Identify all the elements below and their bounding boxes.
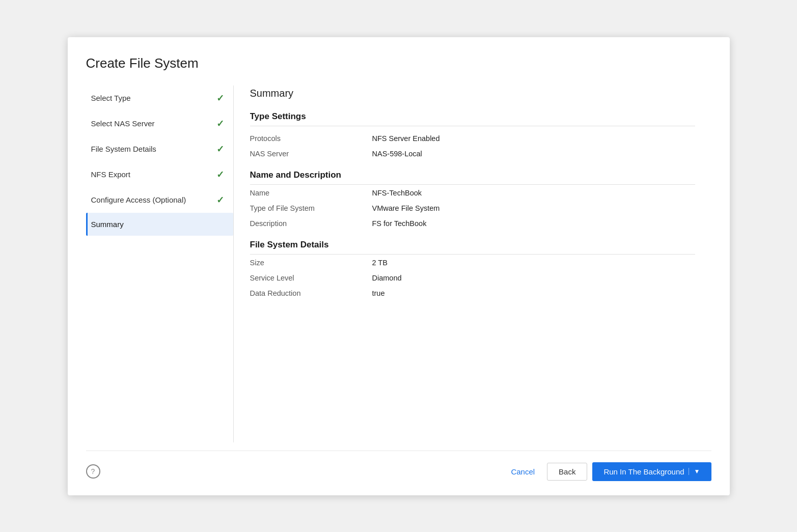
field-label: NAS Server xyxy=(250,150,372,158)
back-button[interactable]: Back xyxy=(547,463,587,481)
section-heading-0: Type Settings xyxy=(250,111,695,126)
footer-buttons: Cancel Back Run In The Background ▼ xyxy=(504,462,711,481)
sidebar-item-select-type[interactable]: Select Type✓ xyxy=(86,86,233,111)
sidebar-item-summary[interactable]: Summary xyxy=(86,213,233,236)
checkmark-icon: ✓ xyxy=(216,169,224,180)
field-row: Service LevelDiamond xyxy=(250,274,695,282)
help-icon[interactable]: ? xyxy=(86,464,100,479)
create-file-system-dialog: Create File System Select Type✓Select NA… xyxy=(68,37,730,495)
sidebar-item-label: Select Type xyxy=(91,94,131,102)
section-heading-1: Name and Description xyxy=(250,170,695,185)
sidebar-item-label: Configure Access (Optional) xyxy=(91,195,186,204)
field-row: NameNFS-TechBook xyxy=(250,189,695,197)
field-value: NFS-TechBook xyxy=(372,189,422,197)
cancel-button[interactable]: Cancel xyxy=(504,463,542,480)
field-value: 2 TB xyxy=(372,259,388,267)
field-row: NAS ServerNAS-598-Local xyxy=(250,150,695,158)
field-label: Size xyxy=(250,259,372,267)
main-content: Summary Type SettingsProtocolsNFS Server… xyxy=(234,86,711,442)
field-label: Name xyxy=(250,189,372,197)
checkmark-icon: ✓ xyxy=(216,118,224,129)
checkmark-icon: ✓ xyxy=(216,194,224,206)
field-row: Data Reductiontrue xyxy=(250,289,695,297)
summary-title: Summary xyxy=(250,86,695,99)
field-label: Description xyxy=(250,219,372,228)
sidebar-item-label: NFS Export xyxy=(91,170,131,179)
run-label: Run In The Background xyxy=(603,467,684,476)
sidebar: Select Type✓Select NAS Server✓File Syste… xyxy=(86,86,234,442)
sidebar-item-label: Select NAS Server xyxy=(91,119,155,128)
field-label: Data Reduction xyxy=(250,289,372,297)
field-value: VMware File System xyxy=(372,204,440,212)
sections-container: Type SettingsProtocolsNFS Server Enabled… xyxy=(250,111,695,297)
field-value: true xyxy=(372,289,385,297)
field-value: Diamond xyxy=(372,274,402,282)
sidebar-item-label: Summary xyxy=(91,220,124,229)
field-label: Service Level xyxy=(250,274,372,282)
sidebar-item-label: File System Details xyxy=(91,145,156,153)
field-value: NFS Server Enabled xyxy=(372,134,440,143)
run-in-background-button[interactable]: Run In The Background ▼ xyxy=(592,462,711,481)
field-row: DescriptionFS for TechBook xyxy=(250,219,695,228)
dialog-body: Select Type✓Select NAS Server✓File Syste… xyxy=(86,86,711,442)
sidebar-item-file-system-details[interactable]: File System Details✓ xyxy=(86,136,233,162)
sidebar-item-configure-access-optional[interactable]: Configure Access (Optional)✓ xyxy=(86,187,233,213)
checkmark-icon: ✓ xyxy=(216,144,224,155)
field-value: NAS-598-Local xyxy=(372,150,422,158)
field-label: Protocols xyxy=(250,134,372,143)
field-row: Size2 TB xyxy=(250,259,695,267)
run-dropdown-arrow[interactable]: ▼ xyxy=(689,468,700,475)
content-scroll[interactable]: Summary Type SettingsProtocolsNFS Server… xyxy=(250,86,699,442)
field-row: ProtocolsNFS Server Enabled xyxy=(250,134,695,143)
field-row: Type of File SystemVMware File System xyxy=(250,204,695,212)
dialog-footer: ? Cancel Back Run In The Background ▼ xyxy=(86,451,711,481)
field-label: Type of File System xyxy=(250,204,372,212)
checkmark-icon: ✓ xyxy=(216,93,224,104)
field-value: FS for TechBook xyxy=(372,219,427,228)
sidebar-item-select-nas-server[interactable]: Select NAS Server✓ xyxy=(86,111,233,136)
section-heading-2: File System Details xyxy=(250,240,695,255)
dialog-title: Create File System xyxy=(86,55,711,71)
sidebar-item-nfs-export[interactable]: NFS Export✓ xyxy=(86,162,233,187)
